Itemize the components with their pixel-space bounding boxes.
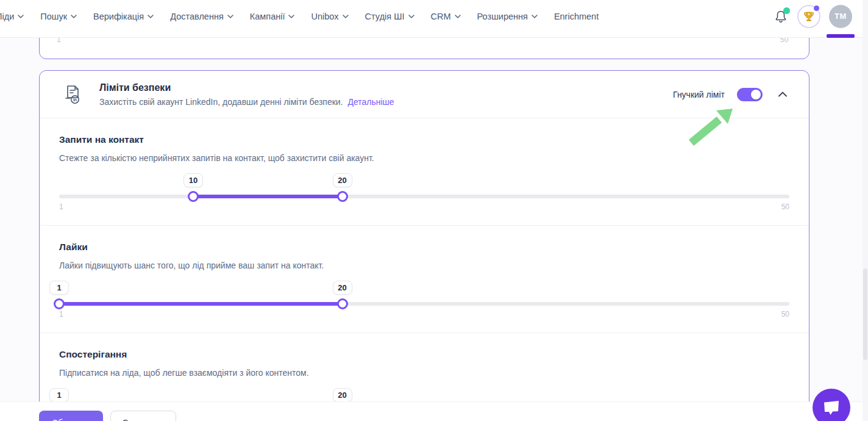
- nav-items: ЛідиПошукВерифікаціяДоставленняКампаніїU…: [0, 12, 599, 21]
- cancel-button[interactable]: Скасувати: [110, 411, 176, 421]
- nav-item-7[interactable]: CRM: [431, 12, 461, 21]
- toggle-knob: [751, 90, 761, 99]
- slider-max-label: 50: [781, 203, 789, 211]
- badge-dot: [814, 5, 819, 11]
- card-subtitle-text: Захистіть свій акаунт LinkedIn, додавши …: [99, 97, 343, 107]
- slider-handle-high[interactable]: [337, 298, 348, 309]
- scrollbar-thumb[interactable]: [863, 268, 867, 360]
- chevron-up-icon: [778, 92, 787, 97]
- slider-high-value: 20: [333, 388, 352, 402]
- nav-right: TM: [773, 5, 852, 28]
- slider-handle-high[interactable]: [337, 191, 348, 202]
- trophy-icon: [803, 10, 815, 23]
- slider-min-label: 1: [59, 310, 63, 318]
- chevron-down-icon: [71, 15, 77, 18]
- nav-item-label: Пошук: [40, 12, 67, 21]
- nav-item-1[interactable]: Пошук: [40, 12, 77, 21]
- slider-fill: [193, 195, 342, 198]
- section-title: Запити на контакт: [59, 134, 789, 145]
- chat-fab-button[interactable]: [813, 389, 850, 421]
- slider-low-value: 10: [183, 173, 203, 187]
- header-controls: Гнучкий ліміт: [673, 88, 787, 101]
- section-description: Підписатися на ліда, щоб легше взаємодія…: [59, 368, 789, 378]
- page: ЛідиПошукВерифікаціяДоставленняКампаніїU…: [0, 0, 868, 421]
- nav-item-9[interactable]: Enrichment: [554, 12, 599, 21]
- chevron-down-icon: [288, 15, 294, 18]
- top-nav: ЛідиПошукВерифікаціяДоставленняКампаніїU…: [0, 0, 868, 38]
- card-subtitle: Захистіть свій акаунт LinkedIn, додавши …: [99, 97, 394, 107]
- section-likes: Лайки Лайки підвищують шанс того, що лід…: [40, 226, 809, 333]
- chevron-down-icon: [532, 15, 538, 18]
- nav-item-3[interactable]: Доставлення: [170, 12, 233, 21]
- nav-item-label: Ліди: [0, 12, 14, 21]
- card-title: Ліміти безпеки: [99, 82, 394, 93]
- flexible-limit-toggle[interactable]: [737, 88, 763, 101]
- nav-item-label: Enrichment: [554, 12, 599, 21]
- linkedin-document-icon: in: [62, 84, 85, 106]
- slider-high-value: 20: [333, 281, 352, 295]
- slider-handle-low[interactable]: [54, 298, 65, 309]
- nav-item-4[interactable]: Кампанії: [250, 12, 295, 21]
- nav-item-label: Кампанії: [250, 12, 285, 21]
- nav-item-5[interactable]: Unibox: [311, 12, 348, 21]
- nav-item-label: CRM: [431, 12, 451, 21]
- scrollbar-track[interactable]: [863, 0, 868, 421]
- chevron-down-icon: [227, 15, 233, 18]
- slider-fill: [59, 302, 343, 306]
- nav-item-label: Доставлення: [170, 12, 224, 21]
- section-description: Лайки підвищують шанс того, що лід прийм…: [59, 261, 789, 270]
- notifications-button[interactable]: [773, 8, 789, 25]
- likes-slider: 1 20 1 50: [59, 281, 789, 320]
- svg-text:in: in: [73, 98, 77, 102]
- save-button[interactable]: Зберегти: [39, 411, 103, 421]
- nav-item-0[interactable]: Ліди: [0, 12, 24, 21]
- slider-max-label: 50: [781, 310, 789, 318]
- footer-actions: Зберегти Скасувати: [0, 401, 868, 421]
- nav-item-label: Розширення: [477, 12, 528, 21]
- nav-item-8[interactable]: Розширення: [477, 12, 538, 21]
- section-description: Стежте за кількістю неприйнятих запитів …: [59, 153, 789, 163]
- nav-item-label: Верифікація: [93, 12, 144, 21]
- chevron-down-icon: [148, 15, 154, 18]
- chevron-down-icon: [343, 15, 349, 18]
- slider-high-value: 20: [333, 173, 352, 187]
- annotation-arrow-icon: [684, 103, 740, 146]
- nav-item-label: Unibox: [311, 12, 338, 21]
- contact-requests-slider: 10 20 1 50: [59, 173, 789, 212]
- section-title: Лайки: [59, 242, 789, 253]
- slider-min-label: 1: [59, 203, 63, 211]
- slider-low-value: 1: [49, 388, 69, 402]
- chevron-down-icon: [455, 15, 461, 18]
- nav-item-2[interactable]: Верифікація: [93, 12, 154, 21]
- details-link[interactable]: Детальніше: [347, 97, 394, 107]
- slider-track[interactable]: [59, 195, 789, 198]
- header-text: Ліміти безпеки Захистіть свій акаунт Lin…: [99, 82, 394, 107]
- chat-icon: [822, 399, 841, 416]
- slider-track[interactable]: [59, 302, 789, 306]
- slider-low-value: 1: [49, 281, 69, 295]
- chevron-down-icon: [18, 15, 24, 18]
- section-title: Спостерігання: [59, 349, 789, 360]
- avatar[interactable]: TM: [829, 5, 852, 28]
- nav-item-6[interactable]: Студія ШІ: [365, 12, 414, 21]
- achievements-button[interactable]: [797, 5, 820, 28]
- nav-item-label: Студія ШІ: [365, 12, 405, 21]
- chevron-down-icon: [408, 15, 414, 18]
- active-tab-indicator: [827, 34, 855, 38]
- slider-handle-low[interactable]: [188, 191, 199, 202]
- collapse-button[interactable]: [778, 92, 787, 97]
- flexible-limit-label: Гнучкий ліміт: [673, 90, 725, 99]
- notification-dot: [783, 7, 790, 14]
